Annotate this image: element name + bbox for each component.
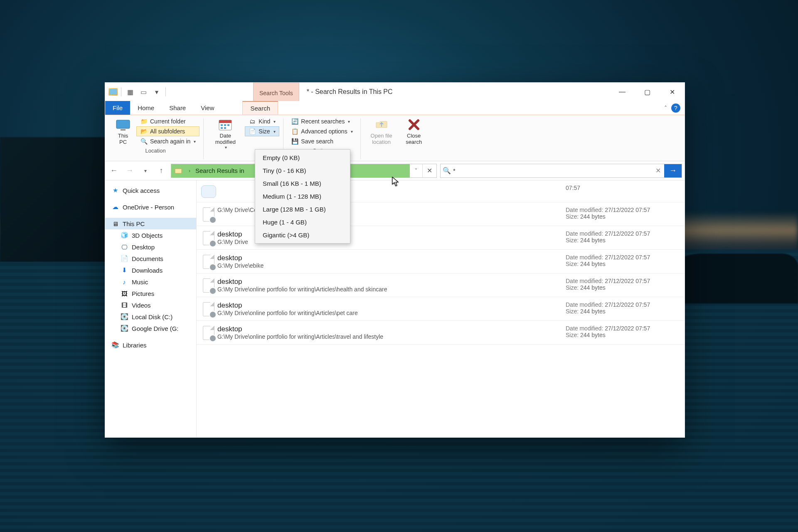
result-name: desktop (217, 254, 566, 262)
search-icon: 🔍 (441, 167, 453, 175)
search-again-in-button[interactable]: 🔍 Search again in▾ (137, 137, 199, 146)
qat-customize[interactable]: ▾ (151, 86, 162, 97)
sidebar-item-local-disk[interactable]: 💽Local Disk (C:) (105, 311, 196, 323)
svg-rect-7 (221, 127, 223, 129)
result-size: 244 bytes (580, 261, 606, 267)
contextual-tab-label: Search Tools (259, 90, 293, 96)
minimize-button[interactable]: — (610, 83, 635, 101)
options-icon: 📋 (291, 128, 298, 135)
tab-search[interactable]: Search (242, 101, 278, 115)
window-title: * - Search Results in This PC (299, 83, 610, 101)
sidebar-item-desktop[interactable]: 🖵Desktop (105, 241, 196, 253)
pictures-icon: 🖼 (120, 290, 128, 297)
sidebar-item-google-drive[interactable]: 💽Google Drive (G: (105, 323, 196, 334)
qat-new-folder[interactable]: ▭ (138, 86, 149, 97)
file-icon (200, 185, 217, 198)
save-search-button[interactable]: 💾 Save search (288, 137, 356, 146)
all-subfolders-button[interactable]: 📂 All subfolders (137, 127, 199, 136)
tab-share[interactable]: Share (162, 101, 193, 115)
explorer-window: ▦ ▭ ▾ Search Tools * - Search Results in… (105, 82, 685, 438)
address-refresh-button[interactable]: ✕ (422, 164, 436, 177)
svg-rect-8 (224, 127, 226, 129)
this-pc-button[interactable]: This PC (112, 117, 134, 146)
recent-searches-button[interactable]: 🔄 Recent searches▾ (288, 117, 356, 126)
search-clear-button[interactable]: ✕ (652, 167, 664, 175)
result-name: desktop (217, 278, 566, 286)
result-row[interactable]: desktop G:\My Drive\ebike Date modified:… (197, 250, 685, 273)
result-size: 244 bytes (580, 332, 606, 338)
result-modified: 27/12/2022 07:57 (605, 278, 650, 284)
calendar-icon (217, 118, 234, 132)
result-size: 244 bytes (580, 213, 606, 220)
ribbon-tabs: File Home Share View Search ˄ ? (105, 101, 685, 115)
file-icon (200, 325, 217, 340)
svg-rect-4 (221, 124, 223, 126)
result-row[interactable]: desktop G:\My Drive\online portfolio for… (197, 297, 685, 321)
size-option-gigantic[interactable]: Gigantic (>4 GB) (255, 229, 350, 241)
sidebar-item-this-pc[interactable]: 🖥 This PC (105, 218, 196, 229)
advanced-options-button[interactable]: 📋 Advanced options▾ (288, 127, 356, 136)
search-go-button[interactable]: → (664, 164, 682, 177)
search-again-icon: 🔍 (140, 138, 148, 145)
svg-rect-1 (121, 129, 126, 131)
qat-properties[interactable]: ▦ (125, 86, 135, 97)
help-button[interactable]: ? (671, 103, 680, 113)
sidebar-item-quick-access[interactable]: ★ Quick access (105, 185, 196, 196)
sidebar-item-libraries[interactable]: 📚Libraries (105, 339, 196, 351)
contextual-tab-search-tools[interactable]: Search Tools (253, 83, 299, 101)
nav-history-button[interactable]: ▾ (139, 165, 152, 177)
size-option-large[interactable]: Large (128 MB - 1 GB) (255, 203, 350, 216)
sidebar-item-onedrive[interactable]: ☁ OneDrive - Person (105, 201, 196, 213)
maximize-button[interactable]: ▢ (635, 83, 660, 101)
sidebar-item-documents[interactable]: 📄Documents (105, 253, 196, 264)
file-icon (200, 254, 217, 269)
current-folder-button[interactable]: 📁 Current folder (137, 117, 199, 126)
nav-forward-button[interactable]: → (123, 165, 136, 177)
file-icon (200, 207, 217, 222)
search-box[interactable]: 🔍 ✕ → (440, 164, 682, 178)
size-option-huge[interactable]: Huge (1 - 4 GB) (255, 216, 350, 229)
chevron-right-icon[interactable]: › (185, 164, 194, 177)
sidebar-item-3d-objects[interactable]: 🧊3D Objects (105, 229, 196, 241)
tab-home[interactable]: Home (130, 101, 162, 115)
size-icon: 📄 (249, 128, 256, 135)
size-option-medium[interactable]: Medium (1 - 128 MB) (255, 190, 350, 203)
search-input[interactable] (453, 167, 652, 174)
size-option-empty[interactable]: Empty (0 KB) (255, 151, 350, 164)
open-file-location-button[interactable]: Open file location (365, 117, 398, 146)
size-option-tiny[interactable]: Tiny (0 - 16 KB) (255, 164, 350, 177)
result-row[interactable]: desktop G:\My Drive\online portfolio for… (197, 273, 685, 297)
result-modified: 07:57 (566, 185, 580, 191)
explorer-icon (108, 88, 118, 96)
result-path: G:\My Drive\online portfolio for writing… (217, 286, 566, 293)
libraries-icon: 📚 (111, 341, 119, 349)
address-location-icon (171, 164, 185, 177)
kind-button[interactable]: 🗂 Kind▾ (245, 117, 279, 126)
result-row[interactable]: desktop G:\My Drive\online portfolio for… (197, 321, 685, 345)
address-history-caret[interactable]: ˅ (410, 164, 422, 177)
music-icon: ♪ (120, 278, 128, 286)
nav-up-button[interactable]: ↑ (155, 165, 167, 177)
svg-rect-6 (227, 124, 229, 126)
size-option-small[interactable]: Small (16 KB - 1 MB) (255, 177, 350, 190)
sidebar-item-music[interactable]: ♪Music (105, 276, 196, 288)
svg-rect-3 (219, 120, 232, 123)
sidebar-item-videos[interactable]: 🎞Videos (105, 299, 196, 311)
size-button[interactable]: 📄 Size▾ (245, 127, 279, 136)
tab-file[interactable]: File (105, 101, 130, 115)
subfolders-icon: 📂 (140, 128, 148, 135)
close-button[interactable]: ✕ (660, 83, 685, 101)
recent-icon: 🔄 (291, 118, 298, 125)
tab-view[interactable]: View (193, 101, 222, 115)
close-search-button[interactable]: Close search (401, 117, 427, 146)
nav-back-button[interactable]: ← (108, 165, 120, 177)
result-size: 244 bytes (580, 237, 606, 244)
open-location-icon (373, 118, 390, 132)
ribbon-group-label: Location (145, 146, 166, 156)
ribbon-group-location: This PC 📁 Current folder 📂 All subfolder… (108, 117, 202, 161)
date-modified-button[interactable]: Date modified▾ (208, 117, 243, 150)
collapse-ribbon-button[interactable]: ˄ (664, 105, 667, 111)
result-path: G:\My Drive\online portfolio for writing… (217, 310, 566, 316)
sidebar-item-pictures[interactable]: 🖼Pictures (105, 288, 196, 299)
sidebar-item-downloads[interactable]: ⬇Downloads (105, 264, 196, 276)
